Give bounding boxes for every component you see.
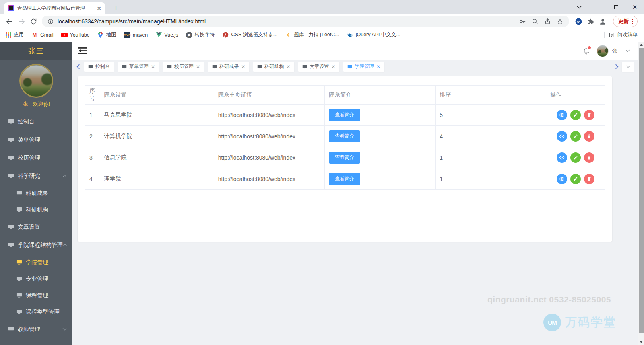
tab-college-management[interactable]: 学院管理✕ <box>343 62 384 72</box>
sidebar-item-label: 学院课程结构管理 <box>18 242 63 249</box>
tab-close-icon[interactable]: ✕ <box>331 64 335 69</box>
edit-button[interactable] <box>570 110 581 120</box>
sidebar-menu: 控制台菜单管理校历管理科学研究科研成果科研机构文章设置学院课程结构管理学院管理专… <box>0 113 72 338</box>
sidebar-item-teacher-management[interactable]: 教师管理 <box>0 320 72 338</box>
sidebar-item-label: 课程管理 <box>26 292 48 299</box>
key-icon[interactable] <box>519 18 526 25</box>
back-icon[interactable] <box>3 15 15 27</box>
view-button[interactable] <box>557 110 567 120</box>
sidebar-item-course-management[interactable]: 课程管理 <box>0 287 72 304</box>
trash-icon <box>587 134 592 139</box>
sidebar-item-major-management[interactable]: 专业管理 <box>0 271 72 287</box>
bookmark-leetcode[interactable]: 题库 - 力扣 (LeetC... <box>285 31 339 38</box>
row-actions <box>546 125 605 147</box>
delete-button[interactable] <box>584 174 594 184</box>
view-button[interactable] <box>557 131 567 142</box>
delete-button[interactable] <box>584 131 594 142</box>
bookmark-gmail[interactable]: MGmail <box>31 32 54 38</box>
view-intro-button[interactable]: 查看简介 <box>329 130 360 142</box>
tab-close-icon[interactable]: ✕ <box>376 64 380 69</box>
delete-button[interactable] <box>584 110 594 120</box>
sidebar-item-college-course-structure[interactable]: 学院课程结构管理 <box>0 236 72 254</box>
sidebar-fold-icon[interactable] <box>78 47 87 55</box>
tab-article-settings[interactable]: 文章设置✕ <box>298 62 339 72</box>
view-intro-button[interactable]: 查看简介 <box>329 152 360 164</box>
scrollbar-up-arrow[interactable] <box>638 42 644 48</box>
reading-list-button[interactable]: 阅读清单 <box>609 31 638 38</box>
sidebar-item-menu-management[interactable]: 菜单管理 <box>0 131 72 149</box>
tab-menu-management[interactable]: 菜单管理✕ <box>118 62 159 72</box>
tabs-dropdown-button[interactable] <box>622 62 634 72</box>
tabs-scroll-right-icon[interactable] <box>615 64 619 69</box>
column-header: 排序 <box>436 86 546 104</box>
tab-calendar-management[interactable]: 校历管理✕ <box>163 62 204 72</box>
edit-button[interactable] <box>570 152 581 163</box>
view-intro-button[interactable]: 查看简介 <box>329 109 360 121</box>
page-info-icon[interactable] <box>47 18 54 25</box>
bookmark-vue[interactable]: Vue.js <box>155 32 178 38</box>
bookmark-maven[interactable]: MVNmaven <box>124 32 148 38</box>
content-card: 序号院系设置院系主页链接院系简介排序操作 1马克思学院http://localh… <box>78 76 612 242</box>
notification-bell-icon[interactable] <box>582 47 590 55</box>
bookmark-youtube[interactable]: YouTube <box>61 32 90 38</box>
sidebar-item-research-achievements[interactable]: 科研成果 <box>0 185 72 201</box>
edit-button[interactable] <box>570 174 581 184</box>
bookmarks-divider <box>604 32 605 38</box>
sidebar-item-label: 专业管理 <box>26 275 48 283</box>
browser-menu-kebab-icon[interactable] <box>632 19 633 24</box>
tab-research-institutions[interactable]: 科研机构✕ <box>253 62 294 72</box>
address-bar[interactable]: localhost:63342/campus/src/main/manageHT… <box>42 16 569 27</box>
window-minimize-button[interactable] <box>588 0 607 14</box>
view-button[interactable] <box>557 174 567 184</box>
reload-icon[interactable] <box>27 15 39 27</box>
window-close-button[interactable]: ✕ <box>625 0 644 14</box>
tab-close-icon[interactable]: ✕ <box>196 64 200 69</box>
url-text[interactable]: localhost:63342/campus/src/main/manageHT… <box>58 18 206 25</box>
tab-close-icon[interactable]: ✕ <box>151 64 155 69</box>
window-maximize-button[interactable] <box>607 0 625 14</box>
tab-research-achievements[interactable]: 科研成果✕ <box>208 62 249 72</box>
bookmark-maps[interactable]: 地图 <box>97 31 116 38</box>
sidebar-item-course-type-management[interactable]: 课程类型管理 <box>0 304 72 320</box>
zoom-out-icon[interactable] <box>532 18 539 25</box>
tabs-scroll-left-icon[interactable] <box>76 64 80 69</box>
bookmark-jquery[interactable]: jQuery API 中文文... <box>347 31 400 38</box>
sidebar-item-label: 科研成果 <box>26 190 48 197</box>
view-button[interactable] <box>557 152 567 163</box>
browser-update-button[interactable]: 更新 <box>613 16 638 27</box>
extension-check-icon[interactable] <box>575 18 582 25</box>
sidebar-item-research-institutions[interactable]: 科研机构 <box>0 201 72 218</box>
user-menu[interactable]: 张三 <box>597 45 630 57</box>
tab-search-chevron-icon[interactable] <box>570 0 588 14</box>
tab-console[interactable]: 控制台 <box>84 62 114 72</box>
sidebar-item-scientific-research[interactable]: 科学研究 <box>0 167 72 185</box>
edit-button[interactable] <box>570 131 581 142</box>
college-name: 信息学院 <box>100 147 214 168</box>
browser-tab[interactable]: 青岛理工大学校园官网后台管理 ✕ <box>4 2 105 14</box>
page-scrollbar[interactable] <box>638 42 644 345</box>
sidebar-item-article-settings[interactable]: 文章设置 <box>0 218 72 236</box>
monitor-icon <box>167 64 172 69</box>
sidebar-item-college-management[interactable]: 学院管理 <box>0 254 72 271</box>
bookmark-charconv[interactable]: ⇄转换字符 <box>186 31 215 38</box>
table-row: 4理学院http://localhost:8080/web/index查看简介1 <box>85 168 605 189</box>
scrollbar-thumb[interactable] <box>639 48 644 333</box>
sidebar-item-calendar-management[interactable]: 校历管理 <box>0 149 72 167</box>
bookmark-star-icon[interactable] <box>557 18 564 25</box>
tab-close-icon[interactable]: ✕ <box>96 6 102 11</box>
tab-close-icon[interactable]: ✕ <box>241 64 245 69</box>
monitor-icon <box>16 190 22 196</box>
new-tab-button[interactable]: + <box>111 4 121 12</box>
bookmark-caniuse[interactable]: CSS 浏览器支持参... <box>223 31 278 38</box>
browser-profile-icon[interactable] <box>599 18 607 25</box>
scrollbar-down-arrow[interactable] <box>638 339 644 345</box>
college-link: http://localhost:8080/web/index <box>214 147 324 168</box>
forward-icon[interactable] <box>15 15 27 27</box>
bookmark-apps[interactable]: 应用 <box>6 31 24 38</box>
sidebar-item-console[interactable]: 控制台 <box>0 113 72 131</box>
extensions-puzzle-icon[interactable] <box>587 18 594 25</box>
share-icon[interactable] <box>544 18 551 25</box>
delete-button[interactable] <box>584 152 594 163</box>
tab-close-icon[interactable]: ✕ <box>286 64 290 69</box>
view-intro-button[interactable]: 查看简介 <box>329 173 360 185</box>
